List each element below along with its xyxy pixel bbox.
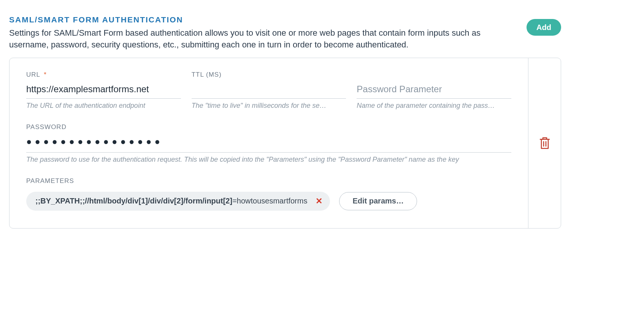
password-label: PASSWORD: [26, 123, 511, 131]
parameter-chip-text: ;;BY_XPATH;;//html/body/div[1]/div/div[2…: [35, 197, 307, 205]
password-param-spacer: [357, 71, 511, 79]
url-label: URL *: [26, 71, 181, 79]
remove-parameter-icon[interactable]: ✕: [316, 197, 322, 205]
auth-card: URL * The URL of the authentication endp…: [9, 58, 561, 229]
password-input[interactable]: ●●●●●●●●●●●●●●●●: [26, 134, 511, 153]
required-mark: *: [44, 71, 47, 78]
ttl-field-group: TTL (MS) The "time to live" in milliseco…: [192, 71, 346, 110]
parameters-field-group: PARAMETERS ;;BY_XPATH;;//html/body/div[1…: [26, 177, 511, 211]
password-field-group: PASSWORD ●●●●●●●●●●●●●●●● The password t…: [26, 123, 511, 164]
password-hint: The password to use for the authenticati…: [26, 156, 511, 164]
password-param-input[interactable]: [357, 82, 511, 99]
ttl-hint: The "time to live" in milliseconds for t…: [192, 102, 346, 110]
ttl-label: TTL (MS): [192, 71, 346, 79]
url-field-group: URL * The URL of the authentication endp…: [26, 71, 181, 110]
add-button[interactable]: Add: [527, 19, 561, 36]
section-title: SAML/SMART FORM AUTHENTICATION: [9, 15, 519, 24]
ttl-input[interactable]: [192, 82, 346, 99]
parameter-chip-sep: =: [232, 197, 237, 205]
section-description: Settings for SAML/Smart Form based authe…: [9, 27, 519, 51]
password-param-hint: Name of the parameter containing the pas…: [357, 102, 511, 110]
trash-icon[interactable]: [539, 136, 551, 150]
url-input[interactable]: [26, 82, 181, 99]
url-label-text: URL: [26, 71, 40, 78]
url-hint: The URL of the authentication endpoint: [26, 102, 181, 110]
parameter-chip: ;;BY_XPATH;;//html/body/div[1]/div/div[2…: [26, 192, 330, 211]
password-param-field-group: Name of the parameter containing the pas…: [357, 71, 511, 110]
parameter-chip-key: ;;BY_XPATH;;//html/body/div[1]/div/div[2…: [35, 197, 232, 205]
edit-params-button[interactable]: Edit params…: [339, 192, 417, 210]
parameters-label: PARAMETERS: [26, 177, 511, 185]
parameter-chip-value: howtousesmartforms: [237, 197, 308, 205]
